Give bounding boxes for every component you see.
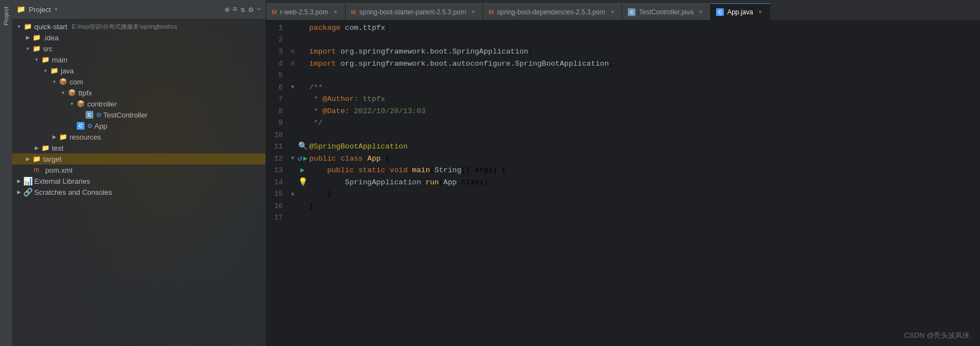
tab-xml-icon-2: M [351, 9, 356, 15]
test-label: test [52, 144, 63, 152]
run-14: 💡 [297, 177, 308, 189]
tree-com[interactable]: ▾ 📦 com [12, 76, 266, 87]
line-num-8: 8 [266, 105, 288, 118]
line-num-17: 17 [266, 212, 288, 224]
code-line-15: 15 ▲ } [266, 188, 980, 200]
src-label: src [43, 45, 52, 53]
tree-root[interactable]: ▾ 📁 quick-start E:\hsp培训\分布式微服务\springbo… [12, 21, 266, 32]
code-text-13: public static void main(String[] args) { [308, 164, 980, 177]
tab-r-web-pom[interactable]: M r-web-2.5.3.pom × [266, 3, 346, 20]
code-line-6: 6 ▼ /** [266, 82, 980, 94]
target-arrow: ▶ [23, 155, 32, 163]
src-folder-icon: 📁 [32, 44, 41, 53]
tree-test-controller[interactable]: C ⚙ TestController [12, 109, 266, 120]
tree-resources[interactable]: ▶ 📁 resources [12, 131, 266, 142]
ttpfx-folder-icon: 📦 [67, 88, 76, 97]
code-text-17 [308, 212, 980, 224]
tree-ttpfx[interactable]: ▾ 📦 ttpfx [12, 87, 266, 98]
vertical-toolbar: Project [0, 0, 12, 346]
run-11: 🔍 [297, 141, 308, 153]
code-text-8: * @Date: 2022/10/20/13:03 [308, 105, 980, 118]
tab-app-java[interactable]: C App.java × [711, 3, 770, 20]
minimize-icon[interactable]: − [257, 5, 261, 14]
tree-test[interactable]: ▶ 📁 test [12, 142, 266, 153]
tree-scratches[interactable]: ▶ 🔗 Scratches and Consoles [12, 187, 266, 198]
line-num-5: 5 [266, 70, 288, 82]
java-label: java [61, 67, 74, 75]
project-dropdown-icon[interactable]: ▾ [54, 6, 57, 13]
fold-15: ▲ [288, 188, 297, 200]
pom-icon: m [32, 166, 41, 174]
scratches-icon: 🔗 [23, 188, 32, 196]
scratches-label: Scratches and Consoles [34, 188, 112, 196]
fold-3: ⊟ [288, 46, 297, 58]
resources-label: resources [70, 133, 101, 141]
controller-arrow: ▾ [67, 99, 76, 108]
code-text-1: package com.ttpfx; [308, 22, 980, 34]
fold-12: ▼ [288, 153, 297, 165]
tree-app[interactable]: C ⚙ App [12, 120, 266, 131]
line-num-6: 6 [266, 82, 288, 94]
run-12[interactable]: ↺ ▶ [297, 153, 308, 165]
run-13[interactable]: ▶ [297, 164, 308, 177]
test-controller-icon: C [85, 110, 94, 119]
line-num-14: 14 [266, 177, 288, 189]
spring-bean-icon: ⚙ [96, 111, 102, 119]
line-num-11: 11 [266, 141, 288, 153]
sort-icon[interactable]: ⇅ [241, 5, 245, 14]
tree-controller[interactable]: ▾ 📦 controller [12, 98, 266, 109]
collapse-all-icon[interactable]: ≡ [232, 5, 237, 14]
ttpfx-label: ttpfx [78, 89, 92, 97]
tab-bar: M r-web-2.5.3.pom × M spring-boot-starte… [266, 0, 980, 20]
tree-pom[interactable]: m pom.xml [12, 164, 266, 175]
tree-java[interactable]: ▾ 📁 java [12, 65, 266, 76]
tab-close-1[interactable]: × [332, 8, 340, 16]
line-num-10: 10 [266, 129, 288, 141]
code-line-12: 12 ▼ ↺ ▶ public class App { [266, 153, 980, 165]
tab-close-3[interactable]: × [608, 8, 616, 16]
add-icon[interactable]: ⊕ [225, 5, 229, 14]
code-line-14: 14 💡 SpringApplication.run(App.class); [266, 177, 980, 189]
code-text-7: * @Author: ttpfx [308, 93, 980, 105]
code-text-5 [308, 70, 980, 82]
settings-icon[interactable]: ⚙ [248, 5, 253, 14]
code-line-16: 16 } [266, 200, 980, 212]
java-folder-icon: 📁 [50, 66, 59, 75]
tab-label-1: r-web-2.5.3.pom [280, 8, 328, 16]
app-label: App [94, 122, 107, 130]
tab-close-5[interactable]: × [756, 8, 764, 16]
ext-libs-label: External Libraries [34, 177, 90, 185]
tree-main[interactable]: ▾ 📁 main [12, 54, 266, 65]
project-tab[interactable]: Project [3, 2, 9, 30]
code-line-13: 13 ▶ public static void main(String[] ar… [266, 164, 980, 177]
code-text-11: @SpringBootApplication [308, 141, 980, 153]
code-scroll-area[interactable]: 1 package com.ttpfx; 2 3 ⊟ import org.sp… [266, 20, 980, 346]
code-line-1: 1 package com.ttpfx; [266, 22, 980, 34]
tree-ext-libs[interactable]: ▶ 📊 External Libraries [12, 175, 266, 187]
code-line-17: 17 [266, 212, 980, 224]
tab-test-controller-java[interactable]: C TestController.java × [622, 3, 711, 20]
code-line-11: 11 🔍 @SpringBootApplication [266, 141, 980, 153]
tree-target[interactable]: ▶ 📁 target [12, 153, 266, 164]
main-label: main [52, 56, 67, 64]
tab-close-4[interactable]: × [697, 8, 704, 16]
tab-java-app-icon: C [716, 8, 724, 16]
controller-folder-icon: 📦 [76, 99, 85, 108]
line-num-4: 4 [266, 58, 288, 70]
code-text-2 [308, 34, 980, 46]
tree-src[interactable]: ▾ 📁 src [12, 43, 266, 54]
tree-idea[interactable]: ▶ 📁 .idea [12, 32, 266, 43]
tab-close-2[interactable]: × [469, 8, 477, 16]
com-label: com [70, 78, 83, 86]
tab-java-c-icon: C [628, 8, 635, 16]
tab-dependencies-pom[interactable]: M spring-boot-dependencies-2.5.3.pom × [483, 3, 622, 20]
tab-label-4: TestController.java [639, 8, 693, 16]
app-icon: C [76, 121, 85, 130]
code-line-7: 7 * @Author: ttpfx [266, 93, 980, 105]
tab-starter-parent-pom[interactable]: M spring-boot-starter-parent-2.5.3.pom × [346, 3, 484, 20]
fold-4: ⊟ [288, 58, 297, 70]
code-text-6: /** [308, 82, 980, 94]
fold-6: ▼ [288, 82, 297, 94]
test-controller-label: TestController [103, 111, 147, 119]
ttpfx-arrow: ▾ [59, 88, 67, 97]
